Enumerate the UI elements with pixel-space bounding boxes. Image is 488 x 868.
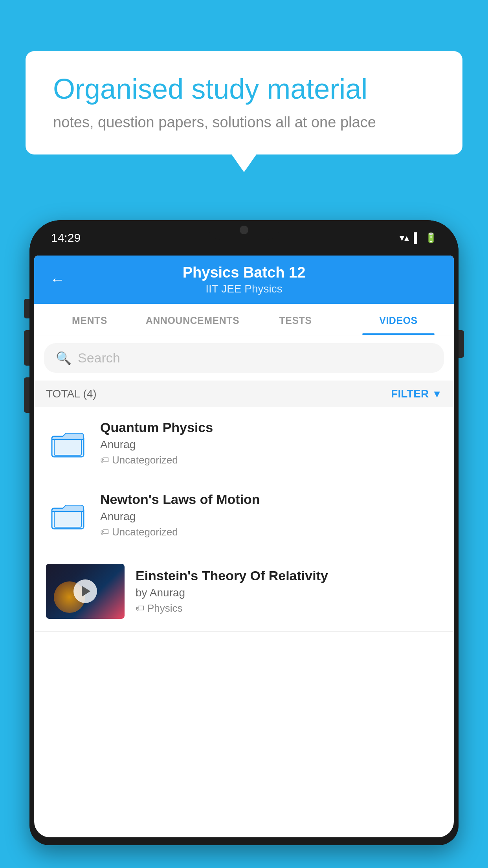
search-container: 🔍 Search [34,335,454,381]
header-title: Physics Batch 12 [183,264,306,281]
tab-ments[interactable]: MENTS [38,304,141,335]
play-button[interactable] [73,579,97,603]
list-item[interactable]: Newton's Laws of Motion Anurag 🏷 Uncateg… [34,479,454,551]
battery-icon: 🔋 [425,232,437,243]
tag-icon: 🏷 [136,603,144,614]
speech-bubble: Organised study material notes, question… [26,51,462,154]
filter-bar: TOTAL (4) FILTER ▼ [34,381,454,407]
tabs-bar: MENTS ANNOUNCEMENTS TESTS VIDEOS [34,304,454,335]
item-tag: 🏷 Physics [136,602,442,614]
search-input[interactable]: Search [78,350,120,366]
folder-thumbnail-1 [46,425,89,461]
tag-label: Uncategorized [112,454,178,466]
status-icons: ▾▴ ▌ 🔋 [400,232,437,243]
item-info-1: Quantum Physics Anurag 🏷 Uncategorized [100,420,442,466]
filter-button[interactable]: FILTER ▼ [391,388,442,400]
tab-tests[interactable]: TESTS [244,304,347,335]
tag-label: Physics [147,602,183,614]
tag-label: Uncategorized [112,526,178,538]
item-title: Einstein's Theory Of Relativity [136,568,442,583]
tag-icon: 🏷 [100,455,109,465]
list-item[interactable]: Quantum Physics Anurag 🏷 Uncategorized [34,407,454,479]
list-item[interactable]: Einstein's Theory Of Relativity by Anura… [34,551,454,632]
item-author: Anurag [100,510,442,523]
wifi-icon: ▾▴ [400,232,409,243]
tag-icon: 🏷 [100,527,109,537]
app-header: ← Physics Batch 12 IIT JEE Physics [34,256,454,304]
search-bar[interactable]: 🔍 Search [44,343,444,373]
search-icon: 🔍 [56,351,72,366]
item-title: Newton's Laws of Motion [100,492,442,507]
phone-screen: ← Physics Batch 12 IIT JEE Physics MENTS… [34,256,454,837]
back-button[interactable]: ← [50,271,65,288]
item-tag: 🏷 Uncategorized [100,526,442,538]
folder-thumbnail-2 [46,497,89,533]
filter-label: FILTER [391,388,429,400]
phone-frame: 14:29 ▾▴ ▌ 🔋 ← Physics Batch 12 IIT JEE … [29,220,459,845]
item-author: Anurag [100,438,442,451]
header-subtitle: IIT JEE Physics [183,283,306,295]
item-author: by Anurag [136,587,442,599]
phone-wrapper: 14:29 ▾▴ ▌ 🔋 ← Physics Batch 12 IIT JEE … [29,220,459,868]
volume-up-button [24,330,29,366]
volume-down-button [24,377,29,413]
status-time: 14:29 [51,231,81,245]
item-tag: 🏷 Uncategorized [100,454,442,466]
bubble-subtitle: notes, question papers, solutions all at… [53,114,435,131]
svg-rect-3 [54,511,81,527]
status-bar: 14:29 ▾▴ ▌ 🔋 [29,220,459,256]
item-info-3: Einstein's Theory Of Relativity by Anura… [136,568,442,614]
header-center: Physics Batch 12 IIT JEE Physics [183,264,306,295]
filter-icon: ▼ [432,388,442,400]
tab-announcements[interactable]: ANNOUNCEMENTS [141,304,244,335]
video-thumbnail-3 [46,564,125,619]
tab-videos[interactable]: VIDEOS [347,304,450,335]
signal-icon: ▌ [414,232,420,243]
mute-button [24,299,29,318]
front-camera [240,226,248,234]
speech-bubble-container: Organised study material notes, question… [26,51,462,154]
power-button [459,330,464,358]
svg-rect-1 [54,440,81,455]
play-icon [82,586,90,597]
video-list: Quantum Physics Anurag 🏷 Uncategorized [34,407,454,632]
phone-notch [209,220,279,240]
bubble-title: Organised study material [53,73,435,105]
total-count: TOTAL (4) [46,388,97,400]
item-title: Quantum Physics [100,420,442,435]
item-info-2: Newton's Laws of Motion Anurag 🏷 Uncateg… [100,492,442,538]
